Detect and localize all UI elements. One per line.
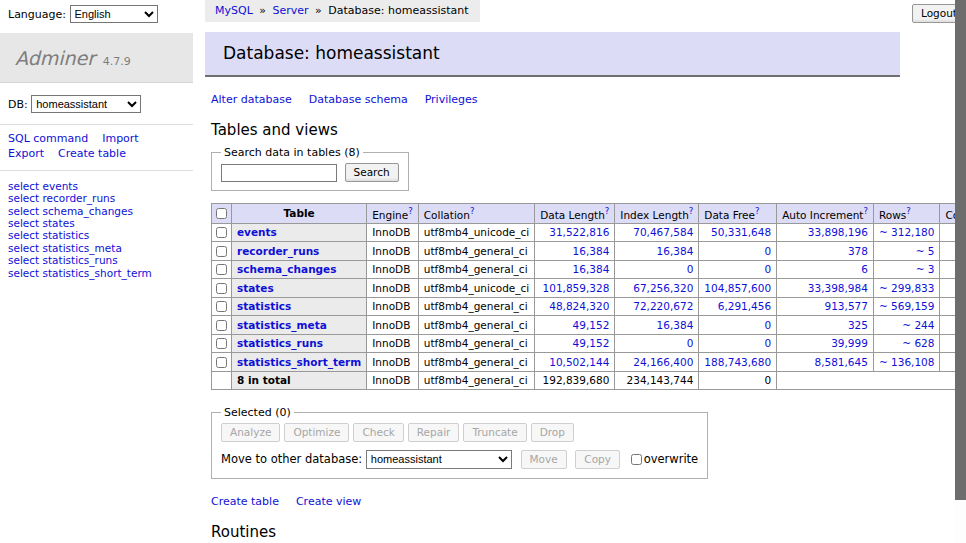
search-input[interactable] — [221, 164, 337, 182]
table-name-link[interactable]: statistics — [237, 300, 291, 312]
index-length-link[interactable]: 16,384 — [657, 245, 694, 257]
breadcrumb-mysql-link[interactable]: MySQL — [215, 4, 253, 17]
row-checkbox[interactable] — [216, 283, 227, 294]
move-database-select[interactable]: homeassistant — [366, 450, 512, 469]
row-checkbox[interactable] — [216, 227, 227, 238]
rows-link[interactable]: ~ 136,108 — [879, 356, 935, 368]
data-length-link[interactable]: 48,824,320 — [549, 300, 609, 312]
sidebar-select-link[interactable]: select statistics_short_term — [8, 267, 193, 279]
column-help-link[interactable]: ? — [755, 206, 760, 216]
row-checkbox[interactable] — [216, 338, 227, 349]
rows-link[interactable]: ~ 628 — [902, 337, 934, 349]
sidebar-select-link[interactable]: select recorder_runs — [8, 192, 193, 204]
data-length-link[interactable]: 49,152 — [573, 337, 610, 349]
data-length-link[interactable]: 101,859,328 — [543, 282, 610, 294]
drop-button[interactable]: Drop — [531, 423, 574, 442]
rows-link[interactable]: ~ 244 — [902, 319, 934, 331]
auto-increment-link[interactable]: 6 — [861, 263, 868, 275]
table-name-link[interactable]: statistics_meta — [237, 319, 327, 331]
sidebar-select-link[interactable]: select events — [8, 180, 193, 192]
auto-increment-link[interactable]: 8,581,645 — [814, 356, 867, 368]
table-name-link[interactable]: recorder_runs — [237, 245, 319, 257]
breadcrumb-server-link[interactable]: Server — [273, 4, 309, 17]
index-length-link[interactable]: 67,256,320 — [633, 282, 693, 294]
engine-cell: InnoDB — [367, 297, 419, 316]
truncate-button[interactable]: Truncate — [463, 423, 526, 442]
sidebar-select-link[interactable]: select statistics — [8, 229, 193, 241]
analyze-button[interactable]: Analyze — [221, 423, 280, 442]
data-free-link[interactable]: 0 — [764, 337, 771, 349]
db-select[interactable]: homeassistant — [31, 95, 141, 113]
index-length-link[interactable]: 0 — [687, 337, 694, 349]
data-length-link[interactable]: 16,384 — [573, 245, 610, 257]
index-length-link[interactable]: 70,467,584 — [633, 226, 693, 238]
column-help-link[interactable]: ? — [408, 206, 413, 216]
column-help-link[interactable]: ? — [470, 206, 475, 216]
data-free-link[interactable]: 50,331,648 — [711, 226, 771, 238]
overwrite-checkbox[interactable] — [631, 454, 642, 465]
table-name-link[interactable]: events — [237, 226, 277, 238]
column-help-link[interactable]: ? — [906, 206, 911, 216]
table-name-link[interactable]: schema_changes — [237, 263, 337, 275]
table-name-link[interactable]: statistics_short_term — [237, 356, 361, 368]
sql-command-link[interactable]: SQL command — [8, 132, 88, 145]
select-all-checkbox[interactable] — [216, 208, 227, 219]
data-free-link[interactable]: 0 — [764, 319, 771, 331]
repair-button[interactable]: Repair — [408, 423, 460, 442]
table-name-link[interactable]: states — [237, 282, 274, 294]
index-length-link[interactable]: 24,166,400 — [633, 356, 693, 368]
sidebar-select-link[interactable]: select schema_changes — [8, 205, 193, 217]
export-link[interactable]: Export — [8, 147, 44, 160]
data-length-link[interactable]: 16,384 — [573, 263, 610, 275]
import-link[interactable]: Import — [102, 132, 139, 145]
check-button[interactable]: Check — [353, 423, 403, 442]
alter-database-link[interactable]: Alter database — [211, 93, 292, 106]
vertical-scrollbar[interactable] — [955, 0, 966, 543]
rows-link[interactable]: ~ 312,180 — [879, 226, 935, 238]
sidebar-select-link[interactable]: select statistics_meta — [8, 242, 193, 254]
copy-button[interactable]: Copy — [575, 450, 620, 469]
rows-link[interactable]: ~ 299,833 — [879, 282, 935, 294]
column-help-link[interactable]: ? — [605, 206, 610, 216]
search-button[interactable]: Search — [345, 163, 399, 182]
table-name-link[interactable]: statistics_runs — [237, 337, 323, 349]
data-free-link[interactable]: 6,291,456 — [718, 300, 771, 312]
data-free-link[interactable]: 0 — [764, 263, 771, 275]
database-schema-link[interactable]: Database schema — [309, 93, 408, 106]
data-free-link[interactable]: 104,857,600 — [704, 282, 771, 294]
auto-increment-link[interactable]: 33,398,984 — [808, 282, 868, 294]
data-free-link[interactable]: 0 — [764, 245, 771, 257]
optimize-button[interactable]: Optimize — [284, 423, 349, 442]
sidebar-select-link[interactable]: select states — [8, 217, 193, 229]
column-help-link[interactable]: ? — [863, 206, 868, 216]
create-table-link-sidebar[interactable]: Create table — [58, 147, 126, 160]
rows-link[interactable]: ~ 5 — [916, 245, 935, 257]
language-select[interactable]: English — [70, 5, 158, 23]
privileges-link[interactable]: Privileges — [425, 93, 478, 106]
create-table-link[interactable]: Create table — [211, 495, 279, 508]
row-checkbox[interactable] — [216, 264, 227, 275]
index-length-link[interactable]: 0 — [687, 263, 694, 275]
data-length-link[interactable]: 10,502,144 — [549, 356, 609, 368]
auto-increment-link[interactable]: 913,577 — [825, 300, 868, 312]
scrollbar-thumb[interactable] — [955, 0, 966, 500]
data-length-link[interactable]: 49,152 — [573, 319, 610, 331]
sidebar-select-link[interactable]: select statistics_runs — [8, 254, 193, 266]
move-button[interactable]: Move — [521, 450, 567, 469]
column-help-link[interactable]: ? — [689, 206, 694, 216]
data-length-link[interactable]: 31,522,816 — [549, 226, 609, 238]
auto-increment-link[interactable]: 325 — [848, 319, 868, 331]
rows-link[interactable]: ~ 3 — [916, 263, 935, 275]
create-view-link[interactable]: Create view — [296, 495, 361, 508]
auto-increment-link[interactable]: 378 — [848, 245, 868, 257]
rows-link[interactable]: ~ 569,159 — [879, 300, 935, 312]
row-checkbox[interactable] — [216, 320, 227, 331]
row-checkbox[interactable] — [216, 357, 227, 368]
index-length-link[interactable]: 16,384 — [657, 319, 694, 331]
data-free-link[interactable]: 188,743,680 — [704, 356, 771, 368]
auto-increment-link[interactable]: 39,999 — [831, 337, 868, 349]
row-checkbox[interactable] — [216, 301, 227, 312]
index-length-link[interactable]: 72,220,672 — [633, 300, 693, 312]
row-checkbox[interactable] — [216, 246, 227, 257]
auto-increment-link[interactable]: 33,898,196 — [808, 226, 868, 238]
